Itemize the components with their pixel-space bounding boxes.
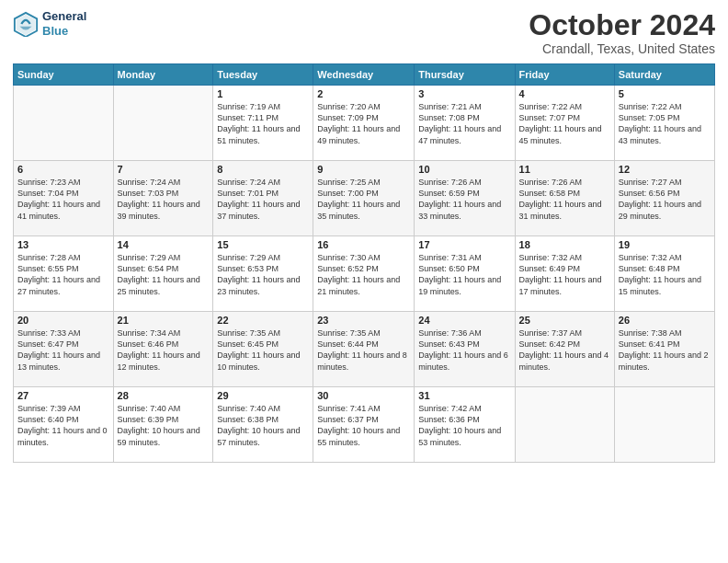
calendar-cell: 14Sunrise: 7:29 AM Sunset: 6:54 PM Dayli… (113, 236, 213, 312)
calendar-week-row: 20Sunrise: 7:33 AM Sunset: 6:47 PM Dayli… (14, 312, 715, 387)
day-info: Sunrise: 7:30 AM Sunset: 6:52 PM Dayligh… (317, 252, 410, 297)
calendar-cell: 26Sunrise: 7:38 AM Sunset: 6:41 PM Dayli… (614, 312, 714, 387)
calendar-table: SundayMondayTuesdayWednesdayThursdayFrid… (13, 63, 715, 463)
calendar-cell: 13Sunrise: 7:28 AM Sunset: 6:55 PM Dayli… (14, 236, 114, 312)
day-info: Sunrise: 7:36 AM Sunset: 6:43 PM Dayligh… (418, 327, 510, 373)
calendar-cell: 8Sunrise: 7:24 AM Sunset: 7:01 PM Daylig… (213, 161, 313, 236)
calendar-cell: 5Sunrise: 7:22 AM Sunset: 7:05 PM Daylig… (614, 86, 714, 161)
calendar-cell: 15Sunrise: 7:29 AM Sunset: 6:53 PM Dayli… (213, 236, 313, 312)
calendar-cell: 4Sunrise: 7:22 AM Sunset: 7:07 PM Daylig… (515, 86, 614, 161)
calendar-cell: 10Sunrise: 7:26 AM Sunset: 6:59 PM Dayli… (415, 161, 515, 236)
day-info: Sunrise: 7:32 AM Sunset: 6:49 PM Dayligh… (519, 252, 610, 297)
calendar-cell (14, 86, 114, 161)
day-number: 30 (317, 390, 410, 401)
day-info: Sunrise: 7:38 AM Sunset: 6:41 PM Dayligh… (619, 327, 711, 373)
location-title: Crandall, Texas, United States (529, 41, 715, 56)
day-number: 8 (217, 164, 309, 175)
title-block: October 2024 Crandall, Texas, United Sta… (529, 9, 715, 56)
weekday-header: Wednesday (313, 64, 415, 86)
day-info: Sunrise: 7:26 AM Sunset: 6:59 PM Dayligh… (418, 177, 510, 222)
svg-marker-0 (17, 14, 36, 34)
day-number: 17 (418, 239, 510, 250)
logo-text: General Blue (42, 9, 86, 38)
day-info: Sunrise: 7:34 AM Sunset: 6:46 PM Dayligh… (118, 327, 210, 373)
day-number: 25 (519, 315, 610, 326)
calendar-cell: 9Sunrise: 7:25 AM Sunset: 7:00 PM Daylig… (313, 161, 415, 236)
calendar-week-row: 1Sunrise: 7:19 AM Sunset: 7:11 PM Daylig… (14, 86, 715, 161)
calendar-cell: 11Sunrise: 7:26 AM Sunset: 6:58 PM Dayli… (515, 161, 614, 236)
calendar-week-row: 6Sunrise: 7:23 AM Sunset: 7:04 PM Daylig… (14, 161, 715, 236)
day-number: 7 (118, 164, 210, 175)
day-info: Sunrise: 7:22 AM Sunset: 7:07 PM Dayligh… (519, 101, 610, 146)
day-number: 9 (317, 164, 410, 175)
calendar-cell: 23Sunrise: 7:35 AM Sunset: 6:44 PM Dayli… (313, 312, 415, 387)
day-info: Sunrise: 7:27 AM Sunset: 6:56 PM Dayligh… (619, 177, 711, 222)
day-info: Sunrise: 7:22 AM Sunset: 7:05 PM Dayligh… (619, 101, 711, 146)
day-info: Sunrise: 7:41 AM Sunset: 6:37 PM Dayligh… (317, 403, 410, 448)
day-number: 2 (317, 88, 410, 99)
day-number: 18 (519, 239, 610, 250)
day-number: 13 (17, 239, 109, 250)
calendar-cell (113, 86, 213, 161)
calendar-cell: 20Sunrise: 7:33 AM Sunset: 6:47 PM Dayli… (14, 312, 114, 387)
day-number: 14 (118, 239, 210, 250)
weekday-header: Saturday (614, 64, 714, 86)
calendar-cell: 18Sunrise: 7:32 AM Sunset: 6:49 PM Dayli… (515, 236, 614, 312)
calendar-cell: 3Sunrise: 7:21 AM Sunset: 7:08 PM Daylig… (415, 86, 515, 161)
calendar-cell: 27Sunrise: 7:39 AM Sunset: 6:40 PM Dayli… (14, 387, 114, 463)
day-info: Sunrise: 7:26 AM Sunset: 6:58 PM Dayligh… (519, 177, 610, 222)
calendar-week-row: 27Sunrise: 7:39 AM Sunset: 6:40 PM Dayli… (14, 387, 715, 463)
day-info: Sunrise: 7:40 AM Sunset: 6:38 PM Dayligh… (217, 403, 309, 448)
day-info: Sunrise: 7:42 AM Sunset: 6:36 PM Dayligh… (418, 403, 510, 448)
day-number: 24 (418, 315, 510, 326)
day-info: Sunrise: 7:20 AM Sunset: 7:09 PM Dayligh… (317, 101, 410, 146)
day-number: 11 (519, 164, 610, 175)
day-info: Sunrise: 7:29 AM Sunset: 6:53 PM Dayligh… (217, 252, 309, 297)
calendar-week-row: 13Sunrise: 7:28 AM Sunset: 6:55 PM Dayli… (14, 236, 715, 312)
calendar-cell: 30Sunrise: 7:41 AM Sunset: 6:37 PM Dayli… (313, 387, 415, 463)
day-info: Sunrise: 7:37 AM Sunset: 6:42 PM Dayligh… (519, 327, 610, 373)
calendar-cell: 31Sunrise: 7:42 AM Sunset: 6:36 PM Dayli… (415, 387, 515, 463)
logo-icon (13, 11, 39, 37)
calendar-cell: 24Sunrise: 7:36 AM Sunset: 6:43 PM Dayli… (415, 312, 515, 387)
day-info: Sunrise: 7:25 AM Sunset: 7:00 PM Dayligh… (317, 177, 410, 222)
day-info: Sunrise: 7:31 AM Sunset: 6:50 PM Dayligh… (418, 252, 510, 297)
day-number: 12 (619, 164, 711, 175)
calendar-cell: 7Sunrise: 7:24 AM Sunset: 7:03 PM Daylig… (113, 161, 213, 236)
day-info: Sunrise: 7:40 AM Sunset: 6:39 PM Dayligh… (118, 403, 210, 448)
day-number: 28 (118, 390, 210, 401)
calendar-cell (515, 387, 614, 463)
day-number: 29 (217, 390, 309, 401)
day-info: Sunrise: 7:35 AM Sunset: 6:44 PM Dayligh… (317, 327, 410, 373)
day-number: 19 (619, 239, 711, 250)
day-number: 10 (418, 164, 510, 175)
day-number: 15 (217, 239, 309, 250)
calendar-cell: 21Sunrise: 7:34 AM Sunset: 6:46 PM Dayli… (113, 312, 213, 387)
day-number: 16 (317, 239, 410, 250)
day-info: Sunrise: 7:39 AM Sunset: 6:40 PM Dayligh… (17, 403, 109, 448)
calendar-header-row: SundayMondayTuesdayWednesdayThursdayFrid… (14, 64, 715, 86)
calendar-cell: 19Sunrise: 7:32 AM Sunset: 6:48 PM Dayli… (614, 236, 714, 312)
day-number: 1 (217, 88, 309, 99)
calendar-cell (614, 387, 714, 463)
day-info: Sunrise: 7:24 AM Sunset: 7:01 PM Dayligh… (217, 177, 309, 222)
day-info: Sunrise: 7:24 AM Sunset: 7:03 PM Dayligh… (118, 177, 210, 222)
calendar-cell: 22Sunrise: 7:35 AM Sunset: 6:45 PM Dayli… (213, 312, 313, 387)
day-number: 27 (17, 390, 109, 401)
weekday-header: Thursday (415, 64, 515, 86)
calendar-cell: 12Sunrise: 7:27 AM Sunset: 6:56 PM Dayli… (614, 161, 714, 236)
day-number: 22 (217, 315, 309, 326)
day-info: Sunrise: 7:33 AM Sunset: 6:47 PM Dayligh… (17, 327, 109, 373)
calendar-container: General Blue October 2024 Crandall, Texa… (0, 0, 728, 563)
calendar-cell: 2Sunrise: 7:20 AM Sunset: 7:09 PM Daylig… (313, 86, 415, 161)
day-number: 20 (17, 315, 109, 326)
day-info: Sunrise: 7:32 AM Sunset: 6:48 PM Dayligh… (619, 252, 711, 297)
weekday-header: Friday (515, 64, 614, 86)
day-info: Sunrise: 7:29 AM Sunset: 6:54 PM Dayligh… (118, 252, 210, 297)
day-number: 23 (317, 315, 410, 326)
day-number: 21 (118, 315, 210, 326)
calendar-cell: 28Sunrise: 7:40 AM Sunset: 6:39 PM Dayli… (113, 387, 213, 463)
calendar-cell: 25Sunrise: 7:37 AM Sunset: 6:42 PM Dayli… (515, 312, 614, 387)
day-number: 26 (619, 315, 711, 326)
day-info: Sunrise: 7:28 AM Sunset: 6:55 PM Dayligh… (17, 252, 109, 297)
